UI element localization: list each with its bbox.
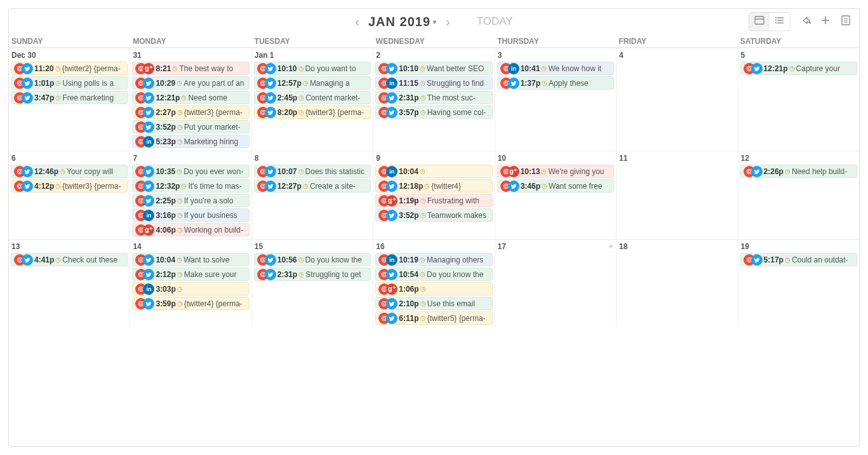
- doc-button[interactable]: [840, 15, 851, 29]
- calendar-event[interactable]: 2:26p◷Need help build-: [740, 165, 857, 178]
- calendar-event[interactable]: g⁺4:06p◷Working on build-: [132, 223, 249, 236]
- calendar-event[interactable]: 11:20◷{twitter2} {perma-: [11, 62, 128, 75]
- calendar-event[interactable]: 10:10◷Do you want to: [254, 62, 371, 75]
- calendar-event[interactable]: 2:12p◷Make sure your: [132, 268, 249, 281]
- calendar-event[interactable]: 12:21p◷Capture your: [740, 62, 857, 75]
- calendar-event[interactable]: 4:41p◷Check out these: [11, 253, 128, 266]
- clock-icon: ◷: [542, 79, 547, 86]
- event-time: 4:41p: [34, 255, 54, 264]
- calendar-event[interactable]: 2:31p◷Struggling to get: [254, 268, 371, 281]
- day-cell[interactable]: Jan 110:10◷Do you want to12:57p◷Managing…: [251, 48, 373, 151]
- svg-point-93: [140, 288, 143, 290]
- calendar-event[interactable]: in10:41◷We know how it: [497, 62, 614, 75]
- calendar-event[interactable]: 12:57p◷Managing a: [254, 76, 371, 90]
- calendar-event[interactable]: g⁺10:13◷We're giving you: [497, 165, 614, 178]
- day-cell[interactable]: 710:35◷Do you ever won-12:32p◷It's time …: [130, 151, 251, 239]
- svg-point-53: [748, 67, 751, 70]
- day-cell[interactable]: 16in10:19◷Managing others10:54◷Do you kn…: [373, 240, 494, 327]
- weekday-header: SATURDAY: [738, 34, 859, 47]
- calendar-event[interactable]: 5:17p◷Could an outdat-: [740, 253, 857, 266]
- calendar-event[interactable]: 1:01p◷Using polls is a: [11, 76, 128, 90]
- calendar-event[interactable]: 12:18p◷{twitter4}: [375, 179, 492, 193]
- calendar-event[interactable]: 10:04◷Want to solve: [132, 253, 249, 266]
- calendar-event[interactable]: 12:21p◷Need some: [132, 91, 249, 104]
- clock-icon: ◷: [298, 65, 304, 72]
- calendar-event[interactable]: in5:23p◷Marketing hiring: [132, 135, 249, 148]
- calendar-event[interactable]: in10:19◷Managing others: [375, 253, 492, 266]
- svg-point-41: [383, 67, 385, 70]
- calendar-view-button[interactable]: [749, 13, 770, 31]
- day-cell[interactable]: 1410:04◷Want to solve2:12p◷Make sure you…: [130, 240, 251, 327]
- calendar-event[interactable]: 10:56◷Do you know the: [254, 253, 371, 266]
- event-icons: [135, 298, 154, 309]
- event-icons: in: [500, 63, 519, 74]
- calendar-event[interactable]: 2:45p◷Content market-: [254, 91, 371, 104]
- prev-month-button[interactable]: ‹: [355, 15, 359, 29]
- event-icons: [257, 78, 276, 89]
- calendar-event[interactable]: 3:46p◷Want some free: [497, 179, 614, 193]
- day-cell[interactable]: 3in10:41◷We know how it1:37p◷Apply these: [495, 48, 616, 151]
- calendar-event[interactable]: 3:47p◷Free marketing: [11, 91, 128, 104]
- day-cell[interactable]: 810:07◷Does this statistic12:27p◷Create …: [251, 151, 373, 239]
- event-icons: [744, 63, 763, 74]
- clock-icon: ◷: [541, 65, 547, 72]
- add-button[interactable]: [820, 15, 831, 29]
- day-cell[interactable]: 1510:56◷Do you know the2:31p◷Struggling …: [251, 240, 373, 327]
- clock-icon: ◷: [177, 271, 183, 278]
- day-cell[interactable]: 210:10◷Want better SEOin11:15◷Struggling…: [373, 48, 494, 151]
- calendar-event[interactable]: 3:59p◷{twitter4} {perma-: [132, 297, 249, 310]
- clock-icon: ◷: [55, 79, 61, 86]
- day-cell[interactable]: 18: [616, 240, 737, 327]
- day-cell[interactable]: 4: [616, 48, 737, 151]
- calendar-event[interactable]: 12:46p◷Your copy will: [11, 165, 128, 178]
- add-event-icon[interactable]: +: [608, 241, 613, 251]
- calendar-event[interactable]: g⁺8:21◷The best way to: [132, 62, 249, 75]
- calendar-event[interactable]: 3:52p◷Put your market-: [132, 120, 249, 133]
- share-button[interactable]: [799, 15, 811, 29]
- today-button[interactable]: TODAY: [477, 15, 513, 28]
- calendar-event[interactable]: in3:16p◷If your business: [132, 208, 249, 222]
- list-view-button[interactable]: [770, 13, 790, 31]
- calendar-event[interactable]: 2:25p◷If you're a solo: [132, 194, 249, 207]
- day-cell[interactable]: 31g⁺8:21◷The best way to10:29◷Are you pa…: [130, 48, 251, 151]
- calendar-event[interactable]: 10:54◷Do you know the: [375, 268, 492, 281]
- day-cell[interactable]: Dec 3011:20◷{twitter2} {perma-1:01p◷Usin…: [9, 48, 130, 151]
- calendar-event[interactable]: 8:20p◷{twitter3} {perma-: [254, 105, 371, 119]
- twitter-icon: [143, 195, 154, 207]
- calendar-event[interactable]: 12:32p◷It's time to mas-: [132, 179, 249, 193]
- calendar-event[interactable]: 3:52p◷Teamwork makes: [375, 208, 492, 222]
- month-picker[interactable]: JAN 2019 ▾: [368, 15, 437, 29]
- calendar-event[interactable]: g⁺1:06p◷: [375, 282, 492, 295]
- event-title: Create a site-: [310, 182, 368, 191]
- day-cell[interactable]: 9in10:04◷12:18p◷{twitter4}g⁺1:19p◷Frustr…: [373, 151, 494, 239]
- calendar-event[interactable]: 4:12p◷{twitter3} {perma-: [11, 179, 128, 193]
- calendar-event[interactable]: 10:35◷Do you ever won-: [132, 165, 249, 178]
- next-month-button[interactable]: ›: [446, 15, 450, 29]
- day-cell[interactable]: 612:46p◷Your copy will4:12p◷{twitter3} {…: [9, 151, 130, 239]
- day-cell[interactable]: 195:17p◷Could an outdat-: [738, 240, 859, 327]
- calendar-event[interactable]: g⁺1:19p◷Frustrating with: [375, 194, 492, 207]
- svg-point-75: [383, 185, 385, 187]
- calendar-event[interactable]: 2:31p◷The most suc-: [375, 91, 492, 104]
- calendar-event[interactable]: in10:04◷: [375, 165, 492, 178]
- calendar-event[interactable]: 10:10◷Want better SEO: [375, 62, 492, 75]
- calendar-event[interactable]: 2:10p◷Use this email: [375, 297, 492, 310]
- calendar-event[interactable]: 10:07◷Does this statistic: [254, 165, 371, 178]
- clock-icon: ◷: [177, 226, 183, 233]
- calendar-event[interactable]: 2:27p◷{twitter3} {perma-: [132, 105, 249, 119]
- calendar-event[interactable]: 3:57p◷Having some col-: [375, 105, 492, 119]
- day-cell[interactable]: 11: [616, 151, 737, 239]
- month-label: JAN 2019: [368, 15, 431, 29]
- calendar-event[interactable]: 10:29◷Are you part of an: [132, 76, 249, 90]
- day-cell[interactable]: 17+: [495, 240, 616, 327]
- day-cell[interactable]: 134:41p◷Check out these: [9, 240, 130, 327]
- day-cell[interactable]: 10g⁺10:13◷We're giving you3:46p◷Want som…: [495, 151, 616, 239]
- calendar-event[interactable]: 1:37p◷Apply these: [497, 76, 614, 90]
- calendar-event[interactable]: in11:15◷Struggling to find: [375, 76, 492, 90]
- svg-point-83: [505, 185, 507, 187]
- day-cell[interactable]: 122:26p◷Need help build-: [738, 151, 859, 239]
- calendar-event[interactable]: 12:27p◷Create a site-: [254, 179, 371, 193]
- calendar-event[interactable]: in3:03p◷: [132, 282, 249, 295]
- calendar-event[interactable]: 6:11p◷{twitter5} {perma-: [375, 311, 492, 325]
- day-cell[interactable]: 512:21p◷Capture your: [738, 48, 859, 151]
